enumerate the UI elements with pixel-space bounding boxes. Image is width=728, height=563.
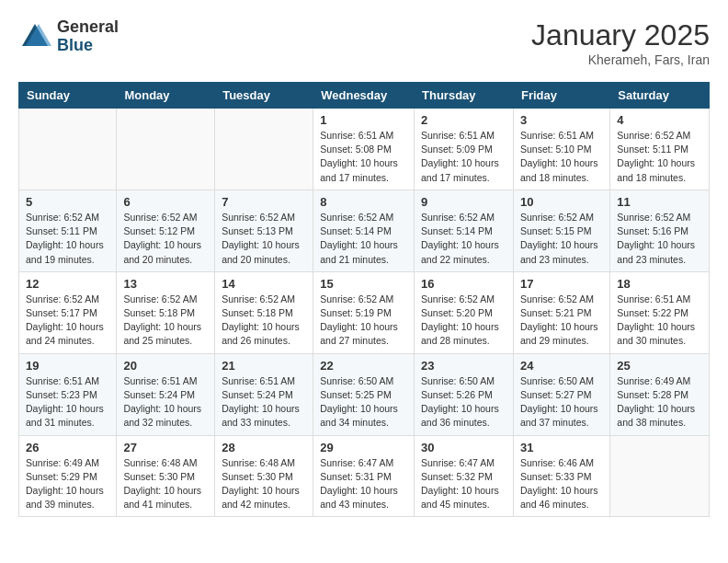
week-row-2: 5Sunrise: 6:52 AMSunset: 5:11 PMDaylight…	[19, 190, 710, 271]
day-number: 30	[421, 441, 506, 454]
day-number: 8	[320, 195, 407, 209]
day-number: 29	[320, 441, 407, 454]
day-info: Sunrise: 6:48 AMSunset: 5:30 PMDaylight:…	[222, 456, 306, 512]
day-info: Sunrise: 6:52 AMSunset: 5:14 PMDaylight:…	[421, 211, 506, 267]
day-number: 4	[617, 113, 702, 127]
day-number: 19	[26, 359, 109, 373]
week-row-1: 1Sunrise: 6:51 AMSunset: 5:08 PMDaylight…	[19, 109, 710, 190]
calendar-table: SundayMondayTuesdayWednesdayThursdayFrid…	[18, 82, 710, 517]
day-number: 25	[617, 359, 702, 373]
day-cell: 10Sunrise: 6:52 AMSunset: 5:15 PMDayligh…	[513, 190, 609, 271]
day-cell: 25Sunrise: 6:49 AMSunset: 5:28 PMDayligh…	[610, 353, 710, 435]
day-info: Sunrise: 6:49 AMSunset: 5:28 PMDaylight:…	[617, 374, 702, 431]
day-cell: 30Sunrise: 6:47 AMSunset: 5:32 PMDayligh…	[415, 435, 514, 517]
day-cell: 24Sunrise: 6:50 AMSunset: 5:27 PMDayligh…	[513, 353, 609, 435]
day-cell: 6Sunrise: 6:52 AMSunset: 5:12 PMDaylight…	[117, 190, 215, 271]
day-number: 28	[222, 441, 306, 454]
day-info: Sunrise: 6:52 AMSunset: 5:11 PMDaylight:…	[617, 129, 702, 185]
day-number: 17	[520, 277, 603, 291]
day-info: Sunrise: 6:46 AMSunset: 5:33 PMDaylight:…	[520, 456, 603, 512]
day-info: Sunrise: 6:52 AMSunset: 5:12 PMDaylight:…	[123, 211, 208, 267]
day-info: Sunrise: 6:52 AMSunset: 5:19 PMDaylight:…	[320, 293, 407, 349]
day-number: 2	[421, 113, 506, 127]
day-cell: 28Sunrise: 6:48 AMSunset: 5:30 PMDayligh…	[215, 435, 313, 517]
day-cell: 13Sunrise: 6:52 AMSunset: 5:18 PMDayligh…	[117, 271, 215, 353]
weekday-header-thursday: Thursday	[415, 83, 514, 109]
day-info: Sunrise: 6:52 AMSunset: 5:11 PMDaylight:…	[26, 211, 109, 267]
day-number: 21	[222, 359, 306, 373]
day-cell: 20Sunrise: 6:51 AMSunset: 5:24 PMDayligh…	[117, 353, 215, 435]
logo-general-text: General	[57, 18, 119, 37]
logo-blue-text: Blue	[57, 37, 119, 55]
day-cell: 1Sunrise: 6:51 AMSunset: 5:08 PMDaylight…	[313, 109, 415, 190]
day-cell: 12Sunrise: 6:52 AMSunset: 5:17 PMDayligh…	[19, 271, 117, 353]
day-number: 10	[520, 195, 603, 209]
day-cell: 29Sunrise: 6:47 AMSunset: 5:31 PMDayligh…	[313, 435, 415, 517]
month-title: January 2025	[531, 18, 710, 52]
day-cell: 26Sunrise: 6:49 AMSunset: 5:29 PMDayligh…	[19, 435, 117, 517]
day-cell: 21Sunrise: 6:51 AMSunset: 5:24 PMDayligh…	[215, 353, 313, 435]
day-number: 27	[123, 441, 208, 454]
day-cell: 17Sunrise: 6:52 AMSunset: 5:21 PMDayligh…	[513, 271, 609, 353]
day-number: 6	[123, 195, 208, 209]
day-number: 24	[520, 359, 603, 373]
day-number: 23	[421, 359, 506, 373]
day-cell: 7Sunrise: 6:52 AMSunset: 5:13 PMDaylight…	[215, 190, 313, 271]
day-info: Sunrise: 6:51 AMSunset: 5:10 PMDaylight:…	[520, 129, 603, 185]
day-info: Sunrise: 6:52 AMSunset: 5:18 PMDaylight:…	[222, 293, 306, 349]
day-info: Sunrise: 6:52 AMSunset: 5:16 PMDaylight:…	[617, 211, 702, 267]
day-info: Sunrise: 6:51 AMSunset: 5:24 PMDaylight:…	[222, 374, 306, 431]
day-cell	[215, 109, 313, 190]
day-info: Sunrise: 6:50 AMSunset: 5:27 PMDaylight:…	[520, 374, 603, 431]
weekday-header-monday: Monday	[117, 83, 215, 109]
day-info: Sunrise: 6:51 AMSunset: 5:08 PMDaylight:…	[320, 129, 407, 185]
day-cell	[117, 109, 215, 190]
day-info: Sunrise: 6:47 AMSunset: 5:31 PMDaylight:…	[320, 456, 407, 512]
week-row-4: 19Sunrise: 6:51 AMSunset: 5:23 PMDayligh…	[19, 353, 710, 435]
day-number: 22	[320, 359, 407, 373]
day-number: 13	[123, 277, 208, 291]
day-info: Sunrise: 6:51 AMSunset: 5:22 PMDaylight:…	[617, 293, 702, 349]
day-number: 11	[617, 195, 702, 209]
day-cell: 19Sunrise: 6:51 AMSunset: 5:23 PMDayligh…	[19, 353, 117, 435]
weekday-header-friday: Friday	[513, 83, 609, 109]
day-info: Sunrise: 6:51 AMSunset: 5:23 PMDaylight:…	[26, 374, 109, 431]
day-cell: 22Sunrise: 6:50 AMSunset: 5:25 PMDayligh…	[313, 353, 415, 435]
day-info: Sunrise: 6:49 AMSunset: 5:29 PMDaylight:…	[26, 456, 109, 512]
day-cell: 5Sunrise: 6:52 AMSunset: 5:11 PMDaylight…	[19, 190, 117, 271]
week-row-3: 12Sunrise: 6:52 AMSunset: 5:17 PMDayligh…	[19, 271, 710, 353]
day-number: 9	[421, 195, 506, 209]
weekday-header-tuesday: Tuesday	[215, 83, 313, 109]
day-cell: 23Sunrise: 6:50 AMSunset: 5:26 PMDayligh…	[415, 353, 514, 435]
day-cell: 9Sunrise: 6:52 AMSunset: 5:14 PMDaylight…	[415, 190, 514, 271]
day-number: 16	[421, 277, 506, 291]
day-info: Sunrise: 6:52 AMSunset: 5:14 PMDaylight:…	[320, 211, 407, 267]
day-cell: 2Sunrise: 6:51 AMSunset: 5:09 PMDaylight…	[415, 109, 514, 190]
day-cell: 8Sunrise: 6:52 AMSunset: 5:14 PMDaylight…	[313, 190, 415, 271]
day-info: Sunrise: 6:50 AMSunset: 5:25 PMDaylight:…	[320, 374, 407, 431]
day-cell: 16Sunrise: 6:52 AMSunset: 5:20 PMDayligh…	[415, 271, 514, 353]
day-cell: 27Sunrise: 6:48 AMSunset: 5:30 PMDayligh…	[117, 435, 215, 517]
day-info: Sunrise: 6:52 AMSunset: 5:21 PMDaylight:…	[520, 293, 603, 349]
day-number: 15	[320, 277, 407, 291]
day-cell: 15Sunrise: 6:52 AMSunset: 5:19 PMDayligh…	[313, 271, 415, 353]
day-info: Sunrise: 6:47 AMSunset: 5:32 PMDaylight:…	[421, 456, 506, 512]
weekday-header-wednesday: Wednesday	[313, 83, 415, 109]
title-block: January 2025 Kherameh, Fars, Iran	[531, 18, 710, 67]
day-cell: 18Sunrise: 6:51 AMSunset: 5:22 PMDayligh…	[610, 271, 710, 353]
day-number: 5	[26, 195, 109, 209]
weekday-header-row: SundayMondayTuesdayWednesdayThursdayFrid…	[19, 83, 710, 109]
day-info: Sunrise: 6:52 AMSunset: 5:18 PMDaylight:…	[123, 293, 208, 349]
day-cell: 14Sunrise: 6:52 AMSunset: 5:18 PMDayligh…	[215, 271, 313, 353]
day-info: Sunrise: 6:51 AMSunset: 5:09 PMDaylight:…	[421, 129, 506, 185]
logo-icon	[18, 20, 51, 53]
weekday-header-saturday: Saturday	[610, 83, 710, 109]
day-number: 1	[320, 113, 407, 127]
day-info: Sunrise: 6:50 AMSunset: 5:26 PMDaylight:…	[421, 374, 506, 431]
day-info: Sunrise: 6:52 AMSunset: 5:15 PMDaylight:…	[520, 211, 603, 267]
day-cell	[19, 109, 117, 190]
day-number: 18	[617, 277, 702, 291]
day-cell	[610, 435, 710, 517]
day-number: 14	[222, 277, 306, 291]
location-text: Kherameh, Fars, Iran	[531, 52, 710, 67]
